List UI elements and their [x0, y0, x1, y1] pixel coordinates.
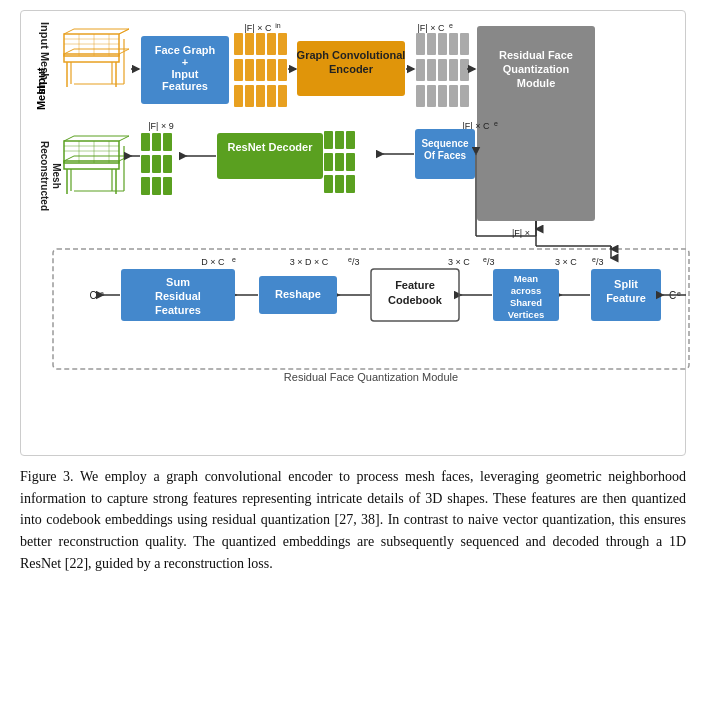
reconstructed-chair: [64, 136, 129, 194]
svg-text:Vertices: Vertices: [508, 309, 544, 320]
label-ce-left: C: [89, 290, 96, 301]
svg-text:Mesh: Mesh: [51, 163, 62, 189]
svg-rect-52: [245, 59, 254, 81]
svg-rect-76: [460, 59, 469, 81]
svg-text:Of Faces: Of Faces: [424, 150, 467, 161]
svg-rect-81: [460, 85, 469, 107]
svg-rect-71: [460, 33, 469, 55]
svg-text:Mean: Mean: [514, 273, 538, 284]
svg-rect-54: [267, 59, 276, 81]
label-fin-x: |F| ×: [512, 228, 530, 238]
svg-rect-73: [427, 59, 436, 81]
svg-rect-107: [163, 133, 172, 151]
input-feature-bars: [234, 33, 287, 107]
label-3ce3-mid: 3 × C: [448, 257, 470, 267]
label-fin-cin: |F| × C: [245, 23, 272, 33]
label-fin-ce-top: |F| × C: [418, 23, 445, 33]
svg-rect-77: [416, 85, 425, 107]
svg-text:Quantization: Quantization: [503, 63, 570, 75]
svg-line-29: [119, 136, 129, 141]
svg-rect-50: [278, 33, 287, 55]
svg-text:e: e: [232, 256, 236, 263]
svg-text:Graph Convolutional: Graph Convolutional: [297, 49, 406, 61]
svg-rect-57: [245, 85, 254, 107]
svg-rect-72: [416, 59, 425, 81]
svg-rect-79: [438, 85, 447, 107]
input-mesh-label: Input Mesh: [39, 22, 51, 80]
svg-rect-75: [449, 59, 458, 81]
svg-text:e: e: [449, 22, 453, 29]
svg-rect-74: [438, 59, 447, 81]
svg-rect-113: [163, 177, 172, 195]
svg-text:e: e: [100, 290, 104, 297]
svg-rect-98: [335, 153, 344, 171]
svg-rect-53: [256, 59, 265, 81]
output-feature-bars: [141, 133, 172, 195]
page-container: Input Mesh Input Mesh Reconstructed Mesh: [0, 0, 706, 594]
svg-rect-22: [64, 161, 119, 169]
svg-rect-69: [438, 33, 447, 55]
label-fin-9: |F| × 9: [148, 121, 173, 131]
architecture-diagram: Input Mesh Input Mesh Reconstructed Mesh: [31, 21, 697, 441]
svg-rect-56: [234, 85, 243, 107]
svg-text:Reshape: Reshape: [275, 288, 321, 300]
reconstructed-mesh-label: Reconstructed: [39, 141, 50, 211]
svg-line-11: [119, 29, 129, 34]
svg-rect-68: [427, 33, 436, 55]
svg-rect-109: [152, 155, 161, 173]
svg-rect-2: [64, 54, 119, 62]
svg-text:Codebook: Codebook: [388, 294, 443, 306]
svg-rect-97: [324, 153, 333, 171]
svg-rect-80: [449, 85, 458, 107]
svg-text:Input: Input: [172, 68, 199, 80]
svg-rect-46: [234, 33, 243, 55]
label-3ce3-right: 3 × C: [555, 257, 577, 267]
svg-text:Features: Features: [162, 80, 208, 92]
svg-rect-105: [141, 133, 150, 151]
svg-text:Features: Features: [155, 304, 201, 316]
svg-text:/3: /3: [487, 257, 495, 267]
svg-text:/3: /3: [596, 257, 604, 267]
svg-rect-55: [278, 59, 287, 81]
encoded-feature-bars: [416, 33, 469, 107]
svg-text:Feature: Feature: [606, 292, 646, 304]
svg-text:e: e: [677, 290, 681, 297]
svg-text:Sequence: Sequence: [421, 138, 469, 149]
svg-rect-59: [267, 85, 276, 107]
svg-rect-106: [152, 133, 161, 151]
label-d-ce: D × C: [201, 257, 225, 267]
svg-rect-94: [324, 131, 333, 149]
svg-rect-3: [64, 34, 119, 56]
svg-rect-60: [278, 85, 287, 107]
svg-rect-100: [324, 175, 333, 193]
svg-text:/3: /3: [352, 257, 360, 267]
svg-rect-70: [449, 33, 458, 55]
svg-text:Split: Split: [614, 278, 638, 290]
label-3d-ce3: 3 × D × C: [290, 257, 329, 267]
svg-rect-111: [141, 177, 150, 195]
svg-rect-99: [346, 153, 355, 171]
svg-rect-67: [416, 33, 425, 55]
svg-text:Module: Module: [517, 77, 556, 89]
svg-rect-96: [346, 131, 355, 149]
input-chair: [64, 29, 129, 87]
svg-rect-48: [256, 33, 265, 55]
svg-text:e: e: [494, 120, 498, 127]
svg-rect-112: [152, 177, 161, 195]
svg-text:Face Graph: Face Graph: [155, 44, 216, 56]
svg-rect-58: [256, 85, 265, 107]
figure-number: Figure 3.: [20, 469, 74, 484]
svg-text:Mesh: Mesh: [35, 82, 47, 110]
svg-text:Encoder: Encoder: [329, 63, 374, 75]
rfqm-title: Residual Face Quantization Module: [284, 371, 458, 383]
svg-text:Sum: Sum: [166, 276, 190, 288]
figure-caption: Figure 3. We employ a graph convolutiona…: [20, 466, 686, 574]
svg-text:+: +: [182, 56, 188, 68]
caption-text: We employ a graph convolutional encoder …: [20, 469, 686, 571]
svg-text:in: in: [275, 22, 281, 29]
svg-rect-110: [163, 155, 172, 173]
svg-rect-23: [64, 141, 119, 163]
svg-text:Residual: Residual: [155, 290, 201, 302]
svg-text:across: across: [511, 285, 542, 296]
svg-rect-95: [335, 131, 344, 149]
